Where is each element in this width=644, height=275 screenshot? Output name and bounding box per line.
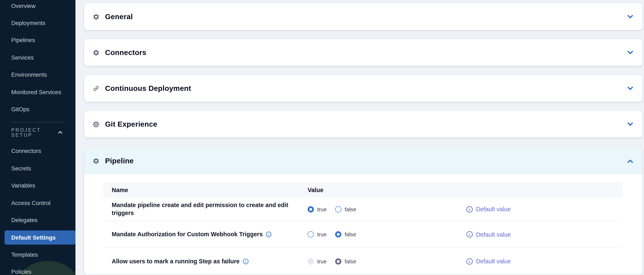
sidebar-item-policies[interactable]: Policies bbox=[0, 263, 76, 275]
radio-label: true bbox=[317, 206, 326, 212]
gear-filled-icon bbox=[92, 157, 100, 165]
radio-unselected-icon[interactable] bbox=[335, 206, 341, 212]
section-title: Connectors bbox=[105, 48, 146, 57]
project-setup-label: PROJECT SETUP bbox=[11, 127, 57, 137]
gear-filled-icon bbox=[92, 49, 100, 56]
radio-option-true: true bbox=[308, 258, 326, 264]
sidebar: OverviewDeploymentsPipelinesServicesEnvi… bbox=[0, 0, 76, 275]
true-false-radio-group: truefalse bbox=[308, 231, 466, 238]
sidebar-item-connectors[interactable]: Connectors bbox=[0, 142, 76, 160]
chevron-down-icon[interactable] bbox=[627, 13, 634, 20]
default-value-text: Default value bbox=[476, 258, 511, 264]
setting-name: Allow users to mark a running Step as fa… bbox=[112, 257, 308, 265]
column-header-name: Name bbox=[112, 186, 308, 193]
chevron-down-icon[interactable] bbox=[627, 85, 634, 92]
radio-selected-icon[interactable] bbox=[308, 206, 314, 212]
section-title: Pipeline bbox=[105, 157, 134, 166]
link-icon bbox=[92, 84, 100, 92]
section-card-connectors: Connectors bbox=[84, 39, 642, 66]
section-header-git-experience[interactable]: Git Experience bbox=[84, 111, 642, 138]
table-header: Name Value bbox=[103, 182, 623, 198]
default-value-link[interactable]: Default value bbox=[466, 206, 623, 213]
sidebar-item-templates[interactable]: Templates bbox=[0, 246, 76, 263]
radio-option-true[interactable]: true bbox=[308, 231, 326, 238]
sidebar-item-services[interactable]: Services bbox=[0, 49, 76, 66]
sidebar-item-default-settings[interactable]: Default Settings bbox=[4, 230, 76, 244]
section-title: General bbox=[105, 12, 133, 21]
radio-option-false[interactable]: false bbox=[335, 231, 356, 238]
sidebar-section-project-setup[interactable]: PROJECT SETUP bbox=[0, 127, 76, 137]
section-card-continuous-deployment: Continuous Deployment bbox=[84, 75, 642, 102]
true-false-radio-group: truefalse bbox=[308, 206, 466, 212]
sidebar-item-delegates[interactable]: Delegates bbox=[0, 212, 76, 229]
chevron-down-icon[interactable] bbox=[627, 121, 634, 128]
section-card-pipeline: Pipeline Name Value Mandate pipeline cre… bbox=[84, 148, 642, 274]
radio-unselected-icon[interactable] bbox=[308, 231, 314, 238]
pipeline-settings-body: Name Value Mandate pipeline create and e… bbox=[84, 174, 642, 274]
gear-outline-icon bbox=[92, 120, 100, 128]
section-title: Continuous Deployment bbox=[105, 84, 191, 93]
radio-label: false bbox=[344, 206, 356, 212]
radio-label: true bbox=[317, 231, 326, 238]
sidebar-nav-top: OverviewDeploymentsPipelinesServicesEnvi… bbox=[0, 0, 76, 118]
radio-label: true bbox=[317, 258, 326, 264]
chevron-up-icon[interactable] bbox=[627, 158, 634, 164]
default-value-text: Default value bbox=[476, 206, 511, 212]
chevron-down-icon[interactable] bbox=[627, 49, 634, 56]
sidebar-item-environments[interactable]: Environments bbox=[0, 66, 76, 83]
section-title: Git Experience bbox=[105, 120, 157, 128]
true-false-radio-group: truefalse bbox=[308, 258, 466, 264]
gear-filled-icon bbox=[92, 13, 100, 20]
main-content: General Connectors Continuous Deployment… bbox=[76, 0, 644, 275]
table-rows: Mandate pipeline create and edit permiss… bbox=[103, 198, 623, 274]
radio-selected-icon bbox=[335, 258, 341, 264]
table-row: Mandate pipeline create and edit permiss… bbox=[103, 198, 623, 221]
radio-selected-icon[interactable] bbox=[335, 231, 341, 238]
section-header-general[interactable]: General bbox=[84, 3, 642, 30]
setting-name-text: Mandate pipeline create and edit permiss… bbox=[112, 202, 288, 216]
info-circle-icon bbox=[466, 206, 473, 213]
sidebar-item-gitops[interactable]: GitOps bbox=[0, 100, 76, 118]
radio-unselected-icon bbox=[308, 258, 314, 264]
column-header-value: Value bbox=[308, 186, 466, 193]
sidebar-item-pipelines[interactable]: Pipelines bbox=[0, 32, 76, 49]
info-circle-icon bbox=[466, 258, 473, 265]
sidebar-item-monitored-services[interactable]: Monitored Services bbox=[0, 83, 76, 100]
setting-name-text: Allow users to mark a running Step as fa… bbox=[112, 258, 240, 264]
section-header-continuous-deployment[interactable]: Continuous Deployment bbox=[84, 75, 642, 102]
section-card-general: General bbox=[84, 3, 642, 30]
sidebar-nav-project: ConnectorsSecretsVariablesAccess Control… bbox=[0, 142, 76, 275]
info-icon[interactable] bbox=[242, 258, 249, 264]
radio-label: false bbox=[344, 231, 356, 238]
section-card-git-experience: Git Experience bbox=[84, 111, 642, 138]
setting-name-text: Mandate Authorization for Custom Webhook… bbox=[112, 231, 262, 238]
default-value-text: Default value bbox=[476, 231, 511, 238]
info-circle-icon bbox=[466, 231, 473, 238]
section-header-connectors[interactable]: Connectors bbox=[84, 39, 642, 66]
info-icon[interactable] bbox=[266, 231, 272, 238]
sidebar-item-access-control[interactable]: Access Control bbox=[0, 194, 76, 212]
section-header-pipeline[interactable]: Pipeline bbox=[84, 148, 642, 174]
radio-option-false[interactable]: false bbox=[335, 206, 356, 212]
default-value-link[interactable]: Default value bbox=[466, 258, 623, 265]
table-row: Mandate Authorization for Custom Webhook… bbox=[103, 221, 623, 248]
default-value-link[interactable]: Default value bbox=[466, 231, 623, 238]
sidebar-item-deployments[interactable]: Deployments bbox=[0, 14, 76, 32]
radio-label: false bbox=[344, 258, 356, 264]
default-settings-page: OverviewDeploymentsPipelinesServicesEnvi… bbox=[0, 0, 644, 275]
sidebar-item-secrets[interactable]: Secrets bbox=[0, 160, 76, 177]
setting-name: Mandate pipeline create and edit permiss… bbox=[112, 202, 308, 217]
setting-name: Mandate Authorization for Custom Webhook… bbox=[112, 230, 308, 238]
sidebar-item-variables[interactable]: Variables bbox=[0, 177, 76, 194]
radio-option-false: false bbox=[335, 258, 356, 264]
sidebar-divider bbox=[11, 122, 66, 122]
sidebar-item-overview[interactable]: Overview bbox=[0, 0, 76, 14]
radio-option-true[interactable]: true bbox=[308, 206, 326, 212]
table-row: Allow users to mark a running Step as fa… bbox=[103, 248, 623, 274]
caret-up-icon[interactable] bbox=[57, 129, 63, 136]
